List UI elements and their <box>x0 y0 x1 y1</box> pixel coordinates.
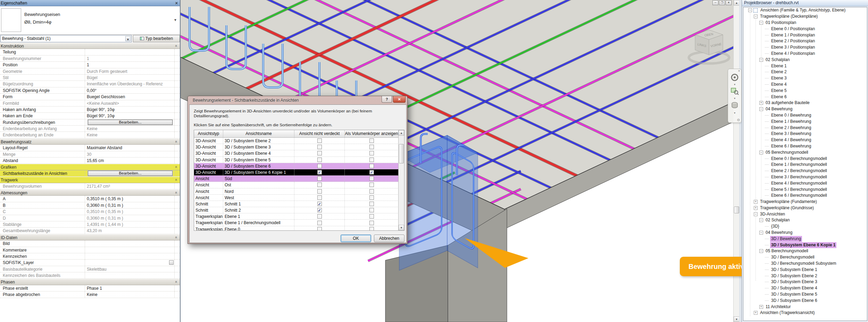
selected-rebar-subsystem[interactable] <box>399 134 478 270</box>
property-value[interactable]: Keine <box>85 126 174 132</box>
tree-item[interactable]: 3D / Subsystem Ebene 5 <box>743 291 867 298</box>
tree-item[interactable]: −01 Positionsplan <box>743 20 867 26</box>
scroll-down-icon[interactable]: ▼ <box>734 316 740 322</box>
checkbox[interactable] <box>369 151 374 155</box>
collapse-icon[interactable]: − <box>759 21 763 25</box>
property-value[interactable]: 15,65 cm <box>85 158 174 163</box>
collapse-icon[interactable]: − <box>754 15 758 18</box>
collapse-icon[interactable]: − <box>754 212 758 216</box>
collapse-chevron-icon[interactable]: « <box>174 177 180 183</box>
collapse-chevron-icon[interactable]: « <box>174 43 180 49</box>
steering-wheel-icon[interactable] <box>728 73 741 82</box>
tree-item[interactable]: 3D / Subsystem Ebene 2 <box>743 273 867 279</box>
view-row[interactable]: AnsichtNord <box>194 188 404 195</box>
tree-item[interactable]: −Tragwerkspläne (Deckenpläne) <box>743 14 867 20</box>
tree-item[interactable]: Ebene 1 / Positionsplan <box>743 32 867 38</box>
property-value[interactable]: Skelettbau <box>85 266 174 272</box>
scrollbar-thumb[interactable] <box>734 206 739 213</box>
property-value[interactable]: 0,3510 m ( 0,35 m ) <box>85 196 174 202</box>
tree-item[interactable]: 3D / Subsystem Ebene 6 <box>743 297 867 304</box>
view-row[interactable]: 3D-Ansicht3D / Subsystem Ebene 5 <box>194 157 404 163</box>
property-value[interactable]: Innenfläche von Überdeckung - Referenz <box>85 81 174 87</box>
chevron-down-icon[interactable]: ▼ <box>125 36 131 41</box>
element-filter-dropdown[interactable]: Bewehrung - Stabstahl (1) ▼ <box>0 35 132 42</box>
column-header[interactable]: Ansichtstyp <box>194 130 223 137</box>
collapse-icon[interactable]: − <box>759 249 763 253</box>
restore-icon[interactable]: ❐ <box>719 0 725 5</box>
checkbox[interactable] <box>369 221 374 225</box>
ok-button[interactable]: OK <box>341 235 371 242</box>
expand-icon[interactable]: + <box>754 311 758 315</box>
property-value[interactable]: Keine <box>85 132 174 138</box>
property-value[interactable] <box>85 247 174 253</box>
tree-item[interactable]: Ebene 1 / Berechnungsmodell <box>743 162 867 168</box>
property-value[interactable]: 2171,47 cm³ <box>85 183 174 189</box>
property-value[interactable]: Durch Form gesteuert <box>85 68 174 74</box>
property-value[interactable]: 0,3510 m ( 0,35 m ) <box>85 209 174 214</box>
checkbox[interactable] <box>317 170 322 175</box>
view-row[interactable]: AnsichtSüd <box>194 176 404 182</box>
tree-item[interactable]: Ebene 3 / Bewehrung <box>743 131 867 137</box>
edit-type-button[interactable]: Typ bearbeiten <box>133 35 180 42</box>
tree-item[interactable]: 3D / Subsystem Ebene 6 Kopie 1 <box>743 242 867 248</box>
browse-button[interactable] <box>169 260 174 265</box>
property-value[interactable] <box>85 260 174 265</box>
tree-item[interactable]: 3D / Subsystem Ebene 4 <box>743 285 867 291</box>
collapse-icon[interactable]: − <box>759 218 763 222</box>
tree-item[interactable]: −05 Berechnungsmodell <box>743 248 867 254</box>
scrollbar-thumb[interactable] <box>399 144 404 163</box>
tree-item[interactable]: Ebene 1 / Bewehrung <box>743 118 867 125</box>
checkbox[interactable] <box>369 183 374 187</box>
tree-item[interactable]: Ebene 3 / Berechnungsmodell <box>743 174 867 180</box>
property-value[interactable]: Bügel <box>85 75 174 80</box>
property-value[interactable] <box>85 240 174 246</box>
property-value[interactable]: 1,4391 m ( 1,44 m ) <box>85 221 174 227</box>
properties-title-bar[interactable]: Eigenschaften ✕ <box>0 0 180 6</box>
property-group-header[interactable]: Grafiken« <box>0 164 180 170</box>
close-icon[interactable]: ✕ <box>726 0 732 5</box>
property-value[interactable]: 30 <box>85 151 174 157</box>
tree-item[interactable]: Ebene 3 / Positionsplan <box>743 44 867 51</box>
navbar-close-icon[interactable]: ✕ <box>738 69 740 73</box>
checkbox[interactable] <box>369 170 374 175</box>
property-group-header[interactable]: ID-Daten« <box>0 234 180 240</box>
property-value[interactable]: Maximaler Abstand <box>85 145 174 151</box>
tree-item[interactable]: −04 Bewehrung <box>743 106 867 112</box>
view-row[interactable]: 3D-Ansicht3D / Subsystem Ebene 2 <box>194 138 404 144</box>
tree-item[interactable]: 3D / Bewehrung <box>743 236 867 242</box>
collapse-chevron-icon[interactable]: « <box>174 234 180 240</box>
bearbeiten-button[interactable]: Bearbeiten... <box>88 120 173 125</box>
checkbox[interactable] <box>369 195 374 200</box>
property-value[interactable]: Bearbeiten... <box>85 170 174 176</box>
table-scrollbar[interactable]: ▲ ▼ <box>398 130 404 230</box>
view-row[interactable]: AnsichtWest <box>194 195 404 201</box>
view-row[interactable]: 3D-Ansicht3D / Subsystem Ebene 4 <box>194 150 404 156</box>
close-button[interactable]: ✕ <box>393 96 406 103</box>
dialog-title[interactable]: Bewehrungselement - Sichtbarkeitszuständ… <box>188 96 407 104</box>
property-value[interactable]: 0,3060 m ( 0,31 m ) <box>85 202 174 208</box>
view-row[interactable]: TragwerksplanEbene 0 <box>194 226 404 231</box>
tree-item[interactable]: Ebene 2 / Bewehrung <box>743 125 867 131</box>
tree-item[interactable]: +03 aufgehende Bauteile <box>743 100 867 106</box>
property-value[interactable]: Bearbeiten... <box>85 119 174 125</box>
property-value[interactable]: <Keine Auswahl> <box>85 100 174 106</box>
checkbox[interactable] <box>317 202 322 206</box>
property-value[interactable]: Bügel 90°, 10φ <box>85 107 174 112</box>
minimize-icon[interactable]: ─ <box>712 0 718 5</box>
tree-item[interactable]: Ebene 0 / Bewehrung <box>743 112 867 119</box>
zoom-region-icon[interactable] <box>728 87 741 95</box>
view-row[interactable]: AnsichtOst <box>194 182 404 188</box>
tree-item[interactable]: +Ansichten (Tragwerksansicht) <box>743 310 867 316</box>
bearbeiten-button[interactable]: Bearbeiten... <box>88 171 173 176</box>
tree-item[interactable]: Ebene 6 / Bewehrung <box>743 143 867 150</box>
tree-item[interactable]: 3D / Berechungsmodell <box>743 254 867 261</box>
view-row[interactable]: TragwerksplanEbene 1 / Berechnungsmodell <box>194 220 404 226</box>
chevron-down-icon[interactable]: ▼ <box>174 18 177 22</box>
checkbox[interactable] <box>369 214 374 219</box>
tree-item[interactable]: Ebene 0 / Positionsplan <box>743 26 867 32</box>
view-row[interactable]: 3D-Ansicht3D / Subsystem Ebene 6 Kopie 1 <box>194 169 404 176</box>
checkbox[interactable] <box>317 151 322 155</box>
collapse-icon[interactable]: − <box>759 58 763 62</box>
scroll-up-icon[interactable]: ▲ <box>399 130 404 136</box>
tree-item[interactable]: Ebene 4 <box>743 82 867 88</box>
